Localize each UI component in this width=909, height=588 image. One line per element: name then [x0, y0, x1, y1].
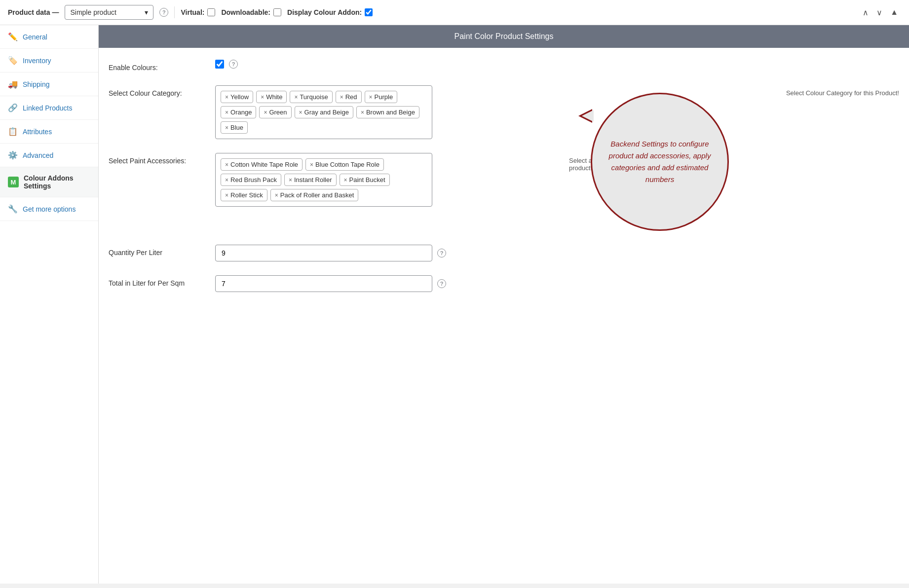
- arrow-collapse-button[interactable]: ▲: [887, 6, 901, 19]
- enable-colours-label: Enable Colours:: [109, 60, 207, 72]
- display-addon-label[interactable]: Display Colour Addon:: [287, 8, 373, 16]
- sidebar: ✏️ General 🏷️ Inventory 🚚 Shipping 🔗 Lin…: [0, 25, 99, 584]
- gear-icon: ⚙️: [8, 150, 18, 160]
- display-addon-text: Display Colour Addon:: [287, 8, 362, 16]
- enable-colours-help-icon[interactable]: ?: [229, 60, 238, 69]
- colour-tag[interactable]: ×White: [256, 91, 287, 103]
- tag-remove-icon[interactable]: ×: [289, 177, 292, 184]
- virtual-text: Virtual:: [181, 8, 204, 16]
- sidebar-item-shipping[interactable]: 🚚 Shipping: [0, 73, 98, 96]
- downloadable-label[interactable]: Downloadable:: [221, 8, 281, 16]
- paint-accessories-label: Select Paint Accessories:: [109, 153, 207, 165]
- arrow-up-button[interactable]: ∧: [860, 6, 871, 19]
- tag-remove-icon[interactable]: ×: [299, 109, 303, 116]
- colour-category-label: Select Colour Category:: [109, 85, 207, 97]
- tag-remove-icon[interactable]: ×: [225, 109, 228, 116]
- colour-tag[interactable]: ×Red: [336, 91, 362, 103]
- chevron-down-icon: ▾: [145, 8, 148, 16]
- sidebar-item-get-more[interactable]: 🔧 Get more options: [0, 197, 98, 221]
- colour-tag[interactable]: ×Purple: [365, 91, 398, 103]
- sidebar-item-general[interactable]: ✏️ General: [0, 25, 98, 49]
- tag-remove-icon[interactable]: ×: [261, 94, 264, 101]
- accessory-tag[interactable]: ×Roller Stick: [221, 189, 267, 201]
- enable-colours-checkbox[interactable]: [215, 60, 224, 69]
- accessory-tag[interactable]: ×Paint Bucket: [340, 174, 390, 186]
- accessory-tag[interactable]: ×Cotton White Tape Role: [221, 158, 303, 171]
- sidebar-label-inventory: Inventory: [23, 57, 51, 65]
- arrow-down-button[interactable]: ∨: [873, 6, 885, 19]
- sidebar-item-linked-products[interactable]: 🔗 Linked Products: [0, 96, 98, 120]
- product-type-value: Simple product: [70, 8, 116, 16]
- total-liter-label: Total in Liter for Per Sqm: [109, 275, 207, 287]
- edit-icon: ✏️: [8, 32, 18, 41]
- enable-colours-checkrow: ?: [215, 60, 899, 69]
- sidebar-item-attributes[interactable]: 📋 Attributes: [0, 120, 98, 144]
- sidebar-label-attributes: Attributes: [23, 128, 52, 136]
- sidebar-label-general: General: [23, 33, 47, 41]
- virtual-label[interactable]: Virtual:: [181, 8, 215, 16]
- tag-remove-icon[interactable]: ×: [225, 161, 228, 168]
- tag-remove-icon[interactable]: ×: [369, 94, 373, 101]
- quantity-per-liter-row: Quantity Per Liter ?: [109, 245, 899, 261]
- tag-remove-icon[interactable]: ×: [225, 177, 228, 184]
- truck-icon: 🚚: [8, 79, 18, 89]
- paint-accessories-row: Select Paint Accessories: ×Cotton White …: [109, 153, 899, 231]
- tag-remove-icon[interactable]: ×: [275, 192, 278, 199]
- colour-tag[interactable]: ×Blue: [221, 121, 248, 134]
- colour-tag[interactable]: ×Turquoise: [290, 91, 332, 103]
- sidebar-item-inventory[interactable]: 🏷️ Inventory: [0, 49, 98, 73]
- tag-remove-icon[interactable]: ×: [344, 177, 347, 184]
- tag-remove-icon[interactable]: ×: [225, 192, 228, 199]
- content-area: Paint Color Product Settings Enable Colo…: [99, 25, 909, 584]
- tag-remove-icon[interactable]: ×: [294, 94, 298, 101]
- sidebar-label-colour-addons: Colour Addons Settings: [24, 174, 90, 190]
- accessory-tag[interactable]: ×Instant Roller: [284, 174, 337, 186]
- accessory-tag[interactable]: ×Blue Cotton Tape Role: [305, 158, 384, 171]
- tag-remove-icon[interactable]: ×: [340, 94, 343, 101]
- link-icon: 🔗: [8, 103, 18, 112]
- tag-remove-icon[interactable]: ×: [225, 94, 228, 101]
- product-data-bar: Product data — Simple product ▾ ? Virtua…: [0, 0, 909, 25]
- sidebar-label-linked-products: Linked Products: [23, 104, 72, 112]
- tag-remove-icon[interactable]: ×: [310, 161, 313, 168]
- accessory-tag[interactable]: ×Pack of Roller and Basket: [270, 189, 359, 201]
- tag-remove-icon[interactable]: ×: [225, 124, 228, 131]
- colour-tag[interactable]: ×Green: [259, 106, 291, 118]
- speech-bubble: Backend Settings to configure product ad…: [591, 93, 729, 231]
- quantity-help-icon[interactable]: ?: [437, 249, 446, 257]
- sidebar-item-advanced[interactable]: ⚙️ Advanced: [0, 144, 98, 167]
- colour-tag[interactable]: ×Orange: [221, 106, 256, 118]
- downloadable-text: Downloadable:: [221, 8, 270, 16]
- settings-body: Enable Colours: ? Select Colour Category…: [99, 48, 909, 318]
- total-liter-row: Total in Liter for Per Sqm ?: [109, 275, 899, 292]
- virtual-checkbox[interactable]: [207, 8, 215, 16]
- product-type-select[interactable]: Simple product ▾: [65, 5, 153, 20]
- quantity-per-liter-label: Quantity Per Liter: [109, 245, 207, 257]
- downloadable-checkbox[interactable]: [273, 8, 281, 16]
- help-icon[interactable]: ?: [159, 8, 168, 17]
- quantity-per-liter-input[interactable]: [215, 245, 432, 261]
- tag-remove-icon[interactable]: ×: [264, 109, 267, 116]
- tag-remove-icon[interactable]: ×: [361, 109, 364, 116]
- colour-tag[interactable]: ×Gray and Beige: [295, 106, 353, 118]
- quantity-per-liter-control: ?: [215, 245, 899, 261]
- enable-colours-control: ?: [215, 60, 899, 69]
- sidebar-item-colour-addons[interactable]: M Colour Addons Settings: [0, 167, 98, 197]
- accessory-tag[interactable]: ×Red Brush Pack: [221, 174, 281, 186]
- top-bar-arrows: ∧ ∨ ▲: [860, 6, 901, 19]
- display-addon-checkbox[interactable]: [365, 8, 373, 16]
- enable-colours-row: Enable Colours: ?: [109, 60, 899, 72]
- accessories-tag-box: ×Cotton White Tape Role×Blue Cotton Tape…: [215, 153, 432, 207]
- colour-tag[interactable]: ×Yellow: [221, 91, 253, 103]
- total-liter-help-icon[interactable]: ?: [437, 279, 446, 288]
- tag-icon: 🏷️: [8, 56, 18, 65]
- colour-tag[interactable]: ×Brown and Beige: [356, 106, 419, 118]
- colour-addons-badge: M: [8, 177, 19, 187]
- section-header: Paint Color Product Settings: [99, 25, 909, 48]
- product-data-label: Product data —: [8, 8, 59, 16]
- paint-accessories-control: ×Cotton White Tape Role×Blue Cotton Tape…: [215, 153, 553, 207]
- list-icon: 📋: [8, 127, 18, 136]
- right-panel: Select additional accessories for this p…: [561, 153, 899, 231]
- total-liter-input[interactable]: [215, 275, 432, 292]
- sidebar-label-shipping: Shipping: [23, 80, 50, 88]
